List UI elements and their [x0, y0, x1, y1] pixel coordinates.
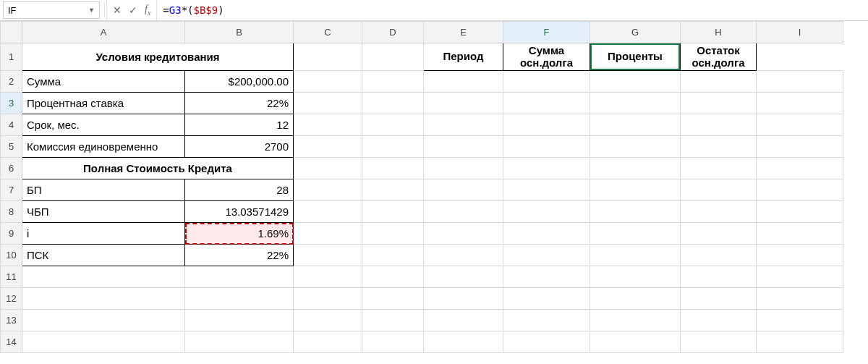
cell-I7[interactable]: [757, 179, 843, 201]
cell-C6[interactable]: [294, 158, 362, 179]
col-header-C[interactable]: C: [294, 22, 362, 43]
cell-H14[interactable]: [681, 331, 757, 353]
cell-D12[interactable]: [362, 288, 424, 310]
cell-H4[interactable]: [681, 114, 757, 136]
cell-E3[interactable]: [424, 93, 503, 114]
cell-F13[interactable]: [503, 310, 590, 331]
fx-icon[interactable]: fx: [145, 4, 150, 17]
cell-A2[interactable]: Сумма: [22, 71, 185, 93]
cell-H3[interactable]: [681, 93, 757, 114]
col-header-A[interactable]: A: [22, 22, 185, 43]
cell-G5[interactable]: [590, 136, 681, 158]
cell-E8[interactable]: [424, 201, 503, 223]
cell-H11[interactable]: [681, 266, 757, 288]
cell-F9[interactable]: [503, 223, 590, 245]
cell-C10[interactable]: [294, 245, 362, 266]
cell-C13[interactable]: [294, 310, 362, 331]
cell-C14[interactable]: [294, 331, 362, 353]
cell-G7[interactable]: [590, 179, 681, 201]
cell-I9[interactable]: [757, 223, 843, 245]
cell-A7[interactable]: БП: [22, 179, 185, 201]
cell-D13[interactable]: [362, 310, 424, 331]
cell-H1[interactable]: Проценты: [590, 43, 681, 71]
cell-A14[interactable]: [22, 331, 185, 353]
cell-I14[interactable]: [757, 331, 843, 353]
cell-B13[interactable]: [185, 310, 294, 331]
cell-D11[interactable]: [362, 266, 424, 288]
cell-D9[interactable]: [362, 223, 424, 245]
row-header-1[interactable]: 1: [1, 43, 22, 71]
cell-B9[interactable]: 1.69%: [185, 223, 294, 245]
row-header-14[interactable]: 14: [1, 331, 22, 353]
cell-F6[interactable]: [503, 158, 590, 179]
cell-D10[interactable]: [362, 245, 424, 266]
cell-E10[interactable]: [424, 245, 503, 266]
row-header-2[interactable]: 2: [1, 71, 22, 93]
col-header-G[interactable]: G: [590, 22, 681, 43]
cell-A3[interactable]: Процентная ставка: [22, 93, 185, 114]
cell-B2[interactable]: $200,000.00: [185, 71, 294, 93]
cell-D4[interactable]: [362, 114, 424, 136]
cell-I5[interactable]: [757, 136, 843, 158]
col-header-F[interactable]: F: [503, 22, 590, 43]
cell-E7[interactable]: [424, 179, 503, 201]
cell-E14[interactable]: [424, 331, 503, 353]
cell-A10[interactable]: ПСК: [22, 245, 185, 266]
cell-D2[interactable]: [362, 71, 424, 93]
cell-C12[interactable]: [294, 288, 362, 310]
cell-I13[interactable]: [757, 310, 843, 331]
cell-D7[interactable]: [362, 179, 424, 201]
cell-B11[interactable]: [185, 266, 294, 288]
cell-A13[interactable]: [22, 310, 185, 331]
cell-F12[interactable]: [503, 288, 590, 310]
cell-H12[interactable]: [681, 288, 757, 310]
cell-A4[interactable]: Срок, мес.: [22, 114, 185, 136]
cell-F4[interactable]: [503, 114, 590, 136]
cell-F8[interactable]: [503, 201, 590, 223]
cell-C9[interactable]: [294, 223, 362, 245]
cell-G13[interactable]: [590, 310, 681, 331]
row-header-8[interactable]: 8: [1, 201, 22, 223]
row-header-4[interactable]: 4: [1, 114, 22, 136]
cell-H8[interactable]: [681, 201, 757, 223]
row-header-12[interactable]: 12: [1, 288, 22, 310]
cell-D5[interactable]: [362, 136, 424, 158]
col-header-E[interactable]: E: [424, 22, 503, 43]
cell-F7[interactable]: [503, 179, 590, 201]
cell-A11[interactable]: [22, 266, 185, 288]
name-box[interactable]: IF ▼: [3, 1, 100, 19]
cell-A8[interactable]: ЧБП: [22, 201, 185, 223]
cell-H10[interactable]: [681, 245, 757, 266]
cell-H13[interactable]: [681, 310, 757, 331]
cell-G3[interactable]: [590, 93, 681, 114]
cell-B12[interactable]: [185, 288, 294, 310]
cell-F11[interactable]: [503, 266, 590, 288]
cell-F3[interactable]: [503, 93, 590, 114]
col-header-B[interactable]: B: [185, 22, 294, 43]
cell-I12[interactable]: [757, 288, 843, 310]
cell-C4[interactable]: [294, 114, 362, 136]
row-header-13[interactable]: 13: [1, 310, 22, 331]
spreadsheet-grid[interactable]: ABCDEFGHI 1Условия кредитованияПериодСум…: [0, 21, 868, 353]
cell-I2[interactable]: [757, 71, 843, 93]
cell-E5[interactable]: [424, 136, 503, 158]
cell-A6[interactable]: Полная Стоимость Кредита: [22, 158, 294, 179]
cell-E6[interactable]: [424, 158, 503, 179]
cell-H2[interactable]: [681, 71, 757, 93]
cell-E1[interactable]: [362, 43, 424, 71]
cell-B10[interactable]: 22%: [185, 245, 294, 266]
row-header-5[interactable]: 5: [1, 136, 22, 158]
row-header-9[interactable]: 9: [1, 223, 22, 245]
row-header-6[interactable]: 6: [1, 158, 22, 179]
cell-A9[interactable]: i: [22, 223, 185, 245]
cell-C5[interactable]: [294, 136, 362, 158]
cell-I1[interactable]: Остаток осн.долга: [681, 43, 757, 71]
cell-F14[interactable]: [503, 331, 590, 353]
formula-input[interactable]: =G3*($B$9): [157, 0, 868, 20]
chevron-down-icon[interactable]: ▼: [88, 7, 95, 14]
cell-G10[interactable]: [590, 245, 681, 266]
cell-H7[interactable]: [681, 179, 757, 201]
cell-I10[interactable]: [757, 245, 843, 266]
cell-H6[interactable]: [681, 158, 757, 179]
select-all-corner[interactable]: [1, 22, 22, 43]
